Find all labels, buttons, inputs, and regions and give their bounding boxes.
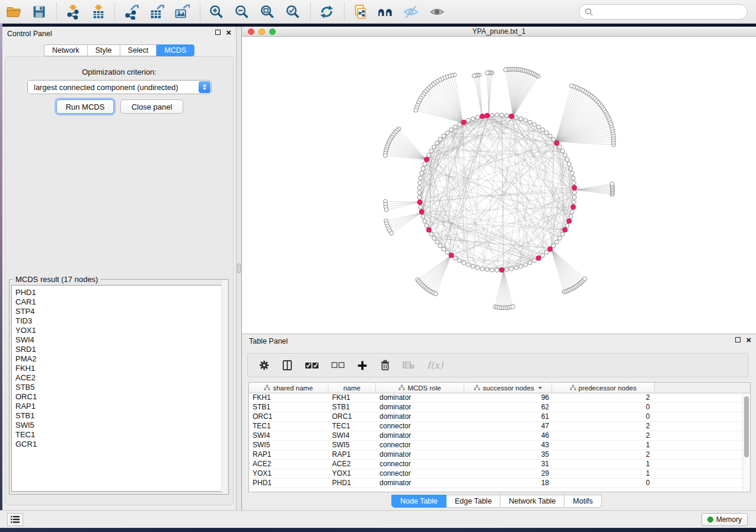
network-canvas[interactable]: [242, 37, 756, 334]
deselect-all-icon[interactable]: [331, 362, 344, 369]
select-all-icon[interactable]: [305, 361, 319, 370]
minimize-traffic-light-icon[interactable]: [259, 28, 265, 35]
cell-predecessor-nodes: 2: [552, 450, 655, 459]
search-field: [579, 4, 748, 20]
optimization-criterion-select[interactable]: largest connected component (undirected): [27, 80, 212, 94]
close-window-icon[interactable]: ×: [746, 337, 751, 342]
result-node-item[interactable]: SWI5: [12, 421, 226, 430]
column-header-predecessor-nodes[interactable]: predecessor nodes: [552, 383, 655, 393]
table-row[interactable]: RAP1RAP1dominator352: [249, 450, 750, 460]
import-table-button[interactable]: [88, 2, 109, 22]
result-node-item[interactable]: PHD1: [12, 288, 226, 297]
column-header-successor-nodes[interactable]: successor nodes: [464, 383, 552, 393]
refresh-icon: [319, 4, 334, 20]
search-input[interactable]: [597, 7, 742, 17]
export-image-button[interactable]: [171, 2, 193, 22]
result-node-item[interactable]: CAR1: [12, 297, 226, 307]
tab-edge-table[interactable]: Edge Table: [446, 495, 500, 508]
result-node-item[interactable]: SWI4: [12, 335, 226, 345]
tab-network[interactable]: Network: [44, 44, 88, 56]
column-header-MCDS-role[interactable]: MCDS role: [376, 383, 464, 393]
zoom-selected-button[interactable]: [282, 2, 304, 22]
tab-select[interactable]: Select: [120, 44, 157, 56]
maximize-traffic-light-icon[interactable]: [269, 28, 276, 35]
result-node-item[interactable]: SRD1: [12, 345, 226, 354]
close-traffic-light-icon[interactable]: [248, 28, 254, 35]
cell-MCDS-role: dominator: [376, 431, 464, 440]
table-row[interactable]: SWI4SWI4dominator462: [249, 431, 750, 441]
result-node-item[interactable]: ACE2: [12, 373, 226, 383]
zoom-out-button[interactable]: [231, 2, 253, 22]
result-node-item[interactable]: STB1: [12, 411, 226, 421]
open-file-button[interactable]: [3, 2, 24, 22]
show-all-button[interactable]: [426, 2, 448, 22]
add-icon[interactable]: [357, 360, 368, 371]
tab-node-table[interactable]: Node Table: [391, 495, 446, 508]
splitter-grip[interactable]: [237, 264, 241, 273]
result-list-scrollbar[interactable]: [221, 280, 228, 493]
table-row[interactable]: FKH1FKH1dominator962: [249, 393, 750, 403]
cell-shared-name: ORC1: [249, 412, 328, 421]
optimization-criterion-label: Optimization criterion:: [5, 68, 233, 76]
result-node-item[interactable]: ORC1: [12, 392, 226, 402]
run-mcds-button[interactable]: Run MCDS: [56, 100, 114, 114]
delete-icon[interactable]: [380, 360, 390, 371]
result-node-item[interactable]: PMA2: [12, 354, 226, 364]
float-window-icon[interactable]: [215, 30, 221, 35]
control-panel: Control Panel × NetworkStyleSelectMCDS O…: [2, 27, 236, 510]
menu-button[interactable]: [7, 513, 23, 526]
cell-name: FKH1: [328, 393, 376, 402]
save-button[interactable]: [28, 2, 50, 22]
export-network-button[interactable]: [121, 2, 142, 22]
network-window-titlebar[interactable]: YPA_prune.txt_1: [242, 27, 756, 37]
cell-predecessor-nodes: 2: [552, 431, 655, 440]
result-node-item[interactable]: STP4: [12, 307, 226, 316]
table-scrollbar-thumb[interactable]: [744, 396, 749, 457]
import-network-button[interactable]: [62, 2, 84, 22]
cell-predecessor-nodes: 0: [552, 479, 655, 488]
table-scrollbar[interactable]: [742, 393, 750, 492]
panel-splitter[interactable]: [236, 27, 242, 510]
result-node-item[interactable]: GCR1: [12, 440, 226, 449]
gear-icon[interactable]: [259, 360, 270, 371]
table-row[interactable]: ORC1ORC1dominator610: [249, 412, 750, 422]
network-window-title: YPA_prune.txt_1: [242, 27, 756, 37]
export-table-button[interactable]: [146, 2, 167, 22]
cell-name: SWI4: [328, 431, 376, 440]
zoom-fit-button[interactable]: [257, 2, 278, 22]
hide-selected-button[interactable]: [400, 2, 422, 22]
result-node-item[interactable]: RAP1: [12, 402, 226, 411]
export-network-icon: [124, 4, 139, 20]
table-row[interactable]: YOX1YOX1connector291: [249, 469, 750, 479]
refresh-button[interactable]: [316, 2, 337, 22]
result-node-item[interactable]: TID3: [12, 316, 226, 326]
zoom-in-button[interactable]: [206, 2, 227, 22]
table-row[interactable]: SWI5SWI5connector431: [249, 441, 750, 450]
tab-network-table[interactable]: Network Table: [500, 495, 564, 508]
result-node-item[interactable]: YOX1: [12, 326, 226, 335]
column-header-name[interactable]: name: [328, 383, 376, 393]
float-window-icon[interactable]: [735, 337, 741, 342]
zoom-out-icon: [234, 4, 250, 20]
result-node-item[interactable]: TEC1: [12, 430, 226, 440]
table-row[interactable]: STB1STB1dominator620: [249, 403, 750, 412]
cell-predecessor-nodes: 0: [552, 403, 655, 412]
result-node-item[interactable]: STB5: [12, 383, 226, 392]
columns-icon[interactable]: [282, 360, 292, 371]
table-row[interactable]: ACE2ACE2connector311: [249, 460, 750, 469]
close-window-icon[interactable]: ×: [226, 30, 231, 35]
result-node-item[interactable]: FKH1: [12, 364, 226, 373]
cell-successor-nodes: 18: [464, 479, 552, 488]
first-neighbors-button[interactable]: [375, 2, 396, 22]
table-row[interactable]: PHD1PHD1dominator180: [249, 479, 750, 488]
tab-mcds[interactable]: MCDS: [157, 44, 194, 56]
clone-network-button[interactable]: [350, 2, 371, 22]
memory-button[interactable]: Memory: [701, 513, 748, 526]
close-panel-button[interactable]: Close panel: [120, 100, 183, 114]
column-header-shared-name[interactable]: shared name: [249, 383, 328, 393]
tab-motifs[interactable]: Motifs: [564, 495, 601, 508]
table-row[interactable]: TEC1TEC1connector472: [249, 422, 750, 431]
sort-desc-icon: [538, 387, 542, 389]
first-neighbors-icon: [378, 4, 393, 20]
tab-style[interactable]: Style: [88, 44, 120, 56]
